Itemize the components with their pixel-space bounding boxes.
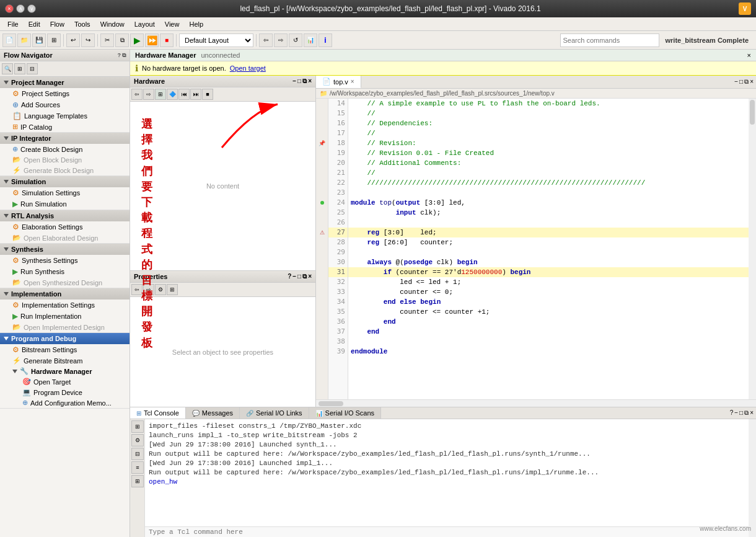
props-extra-btn[interactable]: ⊞	[167, 284, 178, 295]
nav-item-project-settings[interactable]: ⚙ Project Settings	[0, 88, 130, 99]
fwd-btn[interactable]: ⇨	[274, 33, 288, 47]
open-btn[interactable]: 📁	[17, 33, 31, 47]
tab-serial-io-scans[interactable]: 📊 Serial I/O Scans	[309, 407, 381, 419]
nav-section-header-impl[interactable]: Implementation	[0, 288, 130, 300]
menu-layout[interactable]: Layout	[130, 19, 160, 29]
nav-collapse-btn[interactable]: ⊟	[27, 63, 38, 74]
redo-btn[interactable]: ↪	[81, 33, 95, 47]
scrollbar-thumb[interactable]	[750, 100, 755, 125]
undo-btn[interactable]: ↩	[66, 33, 80, 47]
tcl-input[interactable]	[149, 528, 745, 536]
run-all-btn[interactable]: ⏩	[145, 33, 159, 47]
editor-float-btn[interactable]: ⧉	[744, 78, 749, 86]
nav-item-add-config[interactable]: ⊕ Add Configuration Memo...	[0, 397, 130, 408]
editor-minimize-btn[interactable]: −	[734, 78, 738, 86]
console-float-btn[interactable]: ⧉	[744, 409, 749, 417]
cut-btn[interactable]: ✂	[100, 33, 114, 47]
save-btn[interactable]: 💾	[32, 33, 46, 47]
hw-float-btn[interactable]: ⧉	[302, 78, 307, 85]
layout-dropdown[interactable]: Default Layout	[179, 33, 253, 47]
nav-search-btn[interactable]: 🔍	[2, 63, 13, 74]
console-minimize-btn[interactable]: −	[734, 409, 738, 417]
menu-edit[interactable]: Edit	[24, 19, 45, 29]
nav-item-run-sim[interactable]: ▶ Run Simulation	[0, 198, 130, 210]
search-input[interactable]	[560, 33, 659, 47]
nav-item-run-impl[interactable]: ▶ Run Implementation	[0, 311, 130, 322]
tab-top-v[interactable]: 📄 top.v ×	[316, 76, 361, 88]
nav-section-header-prog[interactable]: Program and Debug	[0, 333, 130, 344]
nav-section-header-rtl[interactable]: RTL Analysis	[0, 210, 130, 221]
props-config-btn[interactable]: ⚙	[155, 284, 166, 295]
menu-window[interactable]: Window	[95, 19, 130, 29]
hw-toolbar-btn3[interactable]: ⊞	[155, 89, 166, 100]
props-close-btn[interactable]: ×	[308, 273, 312, 280]
stop-btn[interactable]: ■	[160, 33, 174, 47]
info-btn[interactable]: i	[319, 33, 332, 47]
dashboard-btn[interactable]: 📊	[304, 33, 317, 47]
props-restore-btn[interactable]: □	[297, 273, 301, 280]
nav-item-generate-bitstream[interactable]: ⚡ Generate Bitstream	[0, 355, 130, 366]
menu-flow[interactable]: Flow	[45, 19, 69, 29]
nav-item-sim-settings[interactable]: ⚙ Simulation Settings	[0, 187, 130, 198]
panel-question-btn[interactable]: ?	[118, 52, 121, 59]
hw-toolbar-btn6[interactable]: ⏭	[190, 89, 201, 100]
console-sidebar-btn1[interactable]: ⊞	[131, 420, 144, 433]
nav-item-elab-settings[interactable]: ⚙ Elaboration Settings	[0, 221, 130, 233]
hw-restore-btn[interactable]: □	[297, 78, 301, 85]
hw-toolbar-btn7[interactable]: ■	[202, 89, 213, 100]
nav-section-header-project[interactable]: Project Manager	[0, 77, 130, 88]
props-question-btn[interactable]: ?	[288, 273, 291, 280]
open-target-link[interactable]: Open target	[230, 64, 266, 72]
props-fwd-btn[interactable]: ⇨	[143, 284, 154, 295]
nav-item-language-templates[interactable]: 📋 Language Templates	[0, 110, 130, 122]
refresh-btn[interactable]: ↺	[289, 33, 302, 47]
nav-item-synth-settings[interactable]: ⚙ Synthesis Settings	[0, 255, 130, 266]
menu-view[interactable]: View	[160, 19, 185, 29]
console-sidebar-btn3[interactable]: ⊟	[131, 448, 144, 460]
hw-toolbar-btn4[interactable]: 🔷	[167, 89, 178, 100]
nav-item-bitstream-settings[interactable]: ⚙ Bitstream Settings	[0, 344, 130, 355]
menu-file[interactable]: File	[2, 19, 24, 29]
run-btn[interactable]: ▶	[130, 33, 144, 47]
nav-item-create-block[interactable]: ⊕ Create Block Design	[0, 144, 130, 154]
hw-toolbar-btn5[interactable]: ⏮	[178, 89, 190, 100]
nav-item-add-sources[interactable]: ⊕ Add Sources	[0, 99, 130, 110]
nav-item-open-target[interactable]: 🎯 Open Target	[0, 376, 130, 387]
hw-close-btn[interactable]: ×	[308, 78, 312, 85]
horizontal-scrollbar[interactable]	[316, 399, 756, 407]
minimize-button[interactable]: ∧	[16, 4, 25, 13]
new-file-btn[interactable]: 📄	[2, 33, 16, 47]
copy-btn[interactable]: ⧉	[115, 33, 129, 47]
save-all-btn[interactable]: ⊞	[47, 33, 61, 47]
nav-expand-btn[interactable]: ⊞	[14, 63, 25, 74]
editor-scrollbar[interactable]	[749, 99, 756, 399]
nav-item-ip-catalog[interactable]: ⊞ IP Catalog	[0, 122, 130, 132]
hw-manager-close-btn[interactable]: ×	[747, 51, 751, 59]
editor-restore-btn[interactable]: □	[739, 78, 743, 86]
props-float-btn[interactable]: ⧉	[302, 273, 307, 280]
nav-section-header-sim[interactable]: Simulation	[0, 176, 130, 187]
console-sidebar-btn4[interactable]: ≡	[131, 461, 144, 474]
maximize-button[interactable]: ∨	[27, 4, 36, 13]
tab-tcl-console[interactable]: ⊞ Tcl Console	[130, 407, 186, 419]
menu-tools[interactable]: Tools	[69, 19, 95, 29]
close-button[interactable]: ×	[5, 4, 14, 13]
nav-section-header-ip[interactable]: IP Integrator	[0, 133, 130, 144]
editor-close-btn[interactable]: ×	[750, 78, 754, 86]
nav-item-hardware-manager[interactable]: 🔧 Hardware Manager	[0, 366, 130, 376]
console-sidebar-btn5[interactable]: ⊞	[131, 475, 144, 487]
console-question-btn[interactable]: ?	[730, 409, 734, 417]
console-close-btn[interactable]: ×	[750, 409, 754, 417]
panel-float-btn[interactable]: ⧉	[122, 52, 126, 59]
tab-messages[interactable]: 💬 Messages	[186, 407, 240, 419]
nav-item-program-device[interactable]: 💻 Program Device	[0, 387, 130, 397]
nav-btn[interactable]: ⇦	[259, 33, 273, 47]
console-sidebar-btn2[interactable]: ⚙	[131, 434, 144, 446]
props-minimize-btn[interactable]: −	[292, 273, 296, 280]
console-restore-btn[interactable]: □	[739, 409, 743, 417]
tab-close-icon[interactable]: ×	[351, 78, 354, 85]
nav-item-run-synth[interactable]: ▶ Run Synthesis	[0, 266, 130, 277]
hw-toolbar-btn2[interactable]: ⇨	[143, 89, 154, 100]
console-scrollbar[interactable]	[749, 419, 756, 537]
menu-help[interactable]: Help	[184, 19, 208, 29]
